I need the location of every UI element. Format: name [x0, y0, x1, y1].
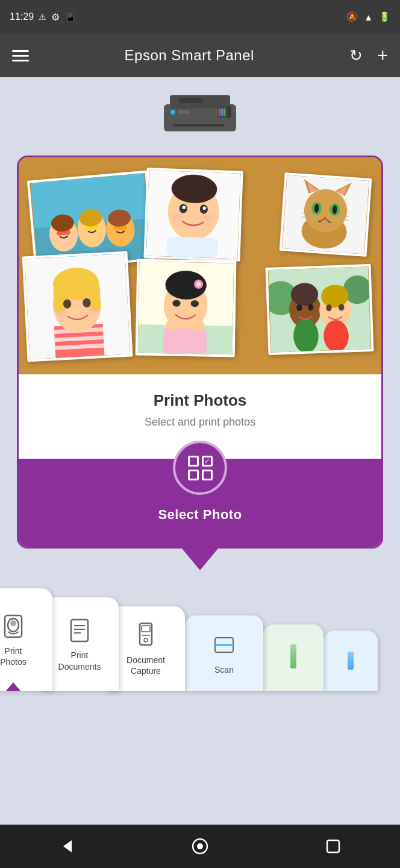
app-bar: Epson Smart Panel ↻ +: [0, 34, 400, 77]
card-purple-section: ✓ Select Photo: [19, 459, 381, 547]
svg-rect-94: [142, 626, 150, 632]
document-capture-icon: [131, 621, 160, 650]
tab-extra-1[interactable]: [263, 624, 323, 691]
photo-two-kids: [266, 264, 374, 355]
app-bar-actions: ↻ +: [349, 45, 388, 66]
tab-extra-2[interactable]: [323, 631, 378, 691]
app-title: Epson Smart Panel: [125, 47, 254, 64]
svg-rect-7: [178, 110, 190, 114]
status-bar: 11:29 ⚠ ⚙ 📱 🔕 ▲ 🔋: [0, 0, 400, 34]
printer-image: [161, 89, 239, 143]
svg-rect-102: [327, 840, 339, 852]
tab-scan-label: Scan: [214, 664, 234, 675]
main-card: Print Photos Select and print photos ✓ S…: [17, 156, 383, 549]
add-button[interactable]: +: [377, 45, 388, 66]
time-display: 11:29: [10, 11, 34, 22]
photo-cat: [280, 172, 372, 257]
svg-point-95: [144, 638, 148, 642]
phone-status-icon: 📱: [64, 11, 77, 23]
svg-rect-56: [53, 285, 66, 314]
printer-svg: [161, 89, 239, 143]
battery-icon: 🔋: [379, 11, 390, 22]
svg-rect-70: [163, 328, 207, 354]
mute-icon: 🔕: [346, 11, 358, 22]
bottom-nav: [0, 825, 400, 868]
status-left: 11:29 ⚠ ⚙ 📱: [10, 11, 77, 23]
bottom-tabs: PrintPhotos PrintDocuments: [12, 570, 388, 691]
scan-icon: [210, 631, 239, 659]
print-photos-icon: [0, 612, 28, 641]
card-subtitle: Select and print photos: [31, 416, 369, 429]
svg-rect-9: [219, 108, 220, 116]
photo-collage: [19, 157, 381, 374]
warning-icon: ⚠: [39, 12, 46, 22]
wifi-icon: ▲: [364, 12, 373, 22]
status-right: 🔕 ▲ 🔋: [346, 11, 390, 22]
settings-status-icon: ⚙: [51, 11, 60, 23]
tab-document-capture-label: DocumentCapture: [127, 655, 165, 676]
svg-point-101: [197, 843, 203, 849]
svg-marker-99: [63, 840, 72, 852]
svg-rect-8: [173, 124, 224, 127]
print-documents-icon: [65, 616, 94, 645]
tab-print-photos[interactable]: PrintPhotos: [0, 588, 52, 691]
refresh-button[interactable]: ↻: [349, 46, 363, 65]
grid-select-icon: ✓: [188, 456, 213, 480]
home-button[interactable]: [185, 831, 215, 861]
svg-rect-5: [227, 106, 231, 118]
photo-baby: [143, 168, 243, 261]
tab-scan[interactable]: Scan: [185, 615, 263, 691]
tab-print-documents-label: PrintDocuments: [58, 650, 101, 671]
svg-rect-3: [179, 98, 203, 103]
svg-rect-57: [88, 283, 101, 312]
svg-rect-32: [166, 236, 218, 258]
menu-button[interactable]: [12, 50, 29, 61]
svg-rect-11: [223, 108, 225, 116]
card-arrow-pointer: [182, 549, 218, 570]
photo-asian-girl: [136, 259, 237, 357]
select-photo-label: Select Photo: [158, 507, 242, 523]
tab-print-photos-label: PrintPhotos: [0, 646, 27, 667]
recents-button[interactable]: [318, 831, 348, 861]
tab-stack: PrintPhotos PrintDocuments: [0, 580, 378, 691]
back-button[interactable]: [52, 831, 82, 861]
card-title: Print Photos: [31, 391, 369, 410]
main-content: Print Photos Select and print photos ✓ S…: [0, 77, 400, 691]
photo-girl-striped: [22, 251, 133, 362]
svg-rect-10: [221, 108, 223, 116]
select-photo-button[interactable]: ✓: [173, 441, 227, 495]
svg-point-88: [10, 620, 16, 626]
svg-rect-89: [71, 620, 88, 641]
svg-point-6: [170, 110, 175, 115]
